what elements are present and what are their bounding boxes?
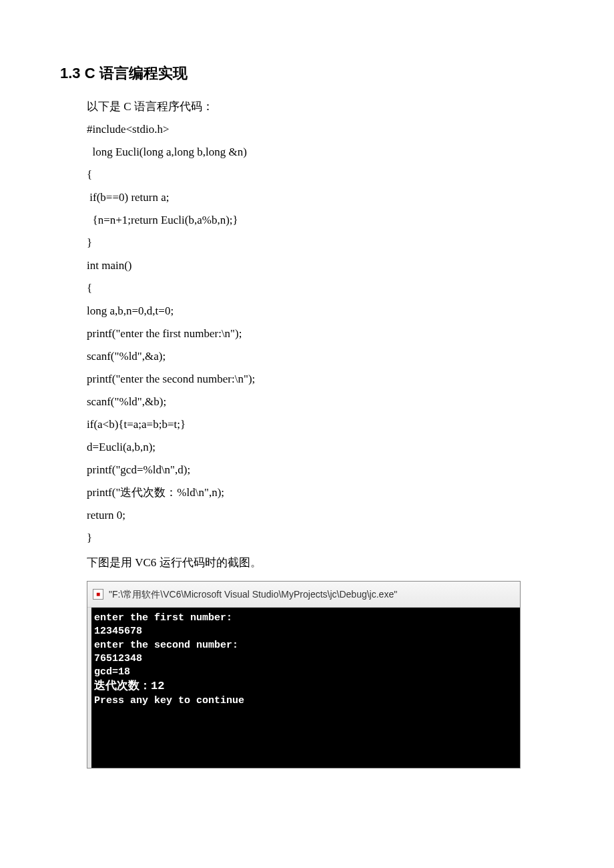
code-line: if(a<b){t=a;a=b;b=t;} [87, 413, 554, 436]
code-line: int main() [87, 254, 554, 277]
code-line: scanf("%ld",&a); [87, 345, 554, 368]
content-block: 以下是 C 语言程序代码： #include<stdio.h> long Euc… [60, 95, 554, 769]
code-line: return 0; [87, 504, 554, 527]
code-line: } [87, 527, 554, 550]
console-output-line: gcd=18 [94, 666, 130, 678]
code-line: printf("gcd=%ld\n",d); [87, 459, 554, 481]
code-line: scanf("%ld",&b); [87, 391, 554, 413]
console-output-line: Press any key to continue [94, 695, 244, 706]
code-line: #include<stdio.h> [87, 118, 554, 141]
code-line: printf("迭代次数：%ld\n",n); [87, 481, 554, 504]
console-window: ■ "F:\常用软件\VC6\Microsoft Visual Studio\M… [87, 581, 521, 769]
console-output-line: enter the first number: [94, 612, 232, 624]
console-output: enter the first number: 12345678 enter t… [87, 608, 520, 768]
console-output-line: 迭代次数：12 [94, 680, 164, 692]
code-line: long a,b,n=0,d,t=0; [87, 300, 554, 322]
code-line: { [87, 277, 554, 300]
code-line: d=Eucli(a,b,n); [87, 436, 554, 459]
code-line: {n=n+1;return Eucli(b,a%b,n);} [87, 209, 554, 232]
application-icon: ■ [93, 589, 103, 600]
console-title-text: "F:\常用软件\VC6\Microsoft Visual Studio\MyP… [109, 585, 397, 604]
console-output-line: 76512348 [94, 653, 142, 664]
code-line: } [87, 232, 554, 254]
intro-text: 以下是 C 语言程序代码： [87, 95, 554, 118]
code-line: printf("enter the first number:\n"); [87, 322, 554, 345]
code-line: printf("enter the second number:\n"); [87, 368, 554, 391]
code-line: long Eucli(long a,long b,long &n) [87, 141, 554, 164]
code-line: if(b==0) return a; [87, 186, 554, 209]
figure-caption: 下图是用 VC6 运行代码时的截图。 [87, 552, 554, 574]
console-output-line: 12345678 [94, 626, 142, 637]
code-line: { [87, 164, 554, 186]
section-heading: 1.3 C 语言编程实现 [60, 63, 554, 83]
console-titlebar: ■ "F:\常用软件\VC6\Microsoft Visual Studio\M… [87, 582, 520, 608]
console-output-line: enter the second number: [94, 640, 238, 651]
